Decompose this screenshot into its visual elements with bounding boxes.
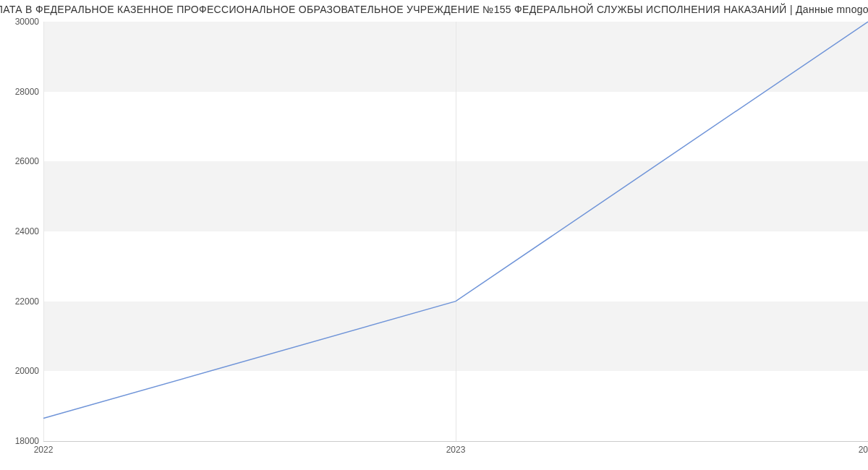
y-tick-label: 30000 <box>3 17 39 27</box>
y-tick-label: 20000 <box>3 366 39 376</box>
x-tick-label: 2023 <box>446 445 466 455</box>
y-tick-label: 22000 <box>3 296 39 307</box>
x-tick-label: 2022 <box>34 445 54 455</box>
plot-area <box>43 22 868 441</box>
line-layer <box>43 22 868 441</box>
y-tick-label: 24000 <box>3 226 39 236</box>
chart-title: ПЛАТА В ФЕДЕРАЛЬНОЕ КАЗЕННОЕ ПРОФЕССИОНА… <box>0 4 868 15</box>
y-tick-label: 26000 <box>3 156 39 166</box>
chart-container: ПЛАТА В ФЕДЕРАЛЬНОЕ КАЗЕННОЕ ПРОФЕССИОНА… <box>0 0 868 470</box>
y-tick-label: 28000 <box>3 87 39 97</box>
x-axis-line <box>43 441 868 442</box>
series-line <box>43 22 868 419</box>
x-tick-label: 2024 <box>859 445 868 455</box>
